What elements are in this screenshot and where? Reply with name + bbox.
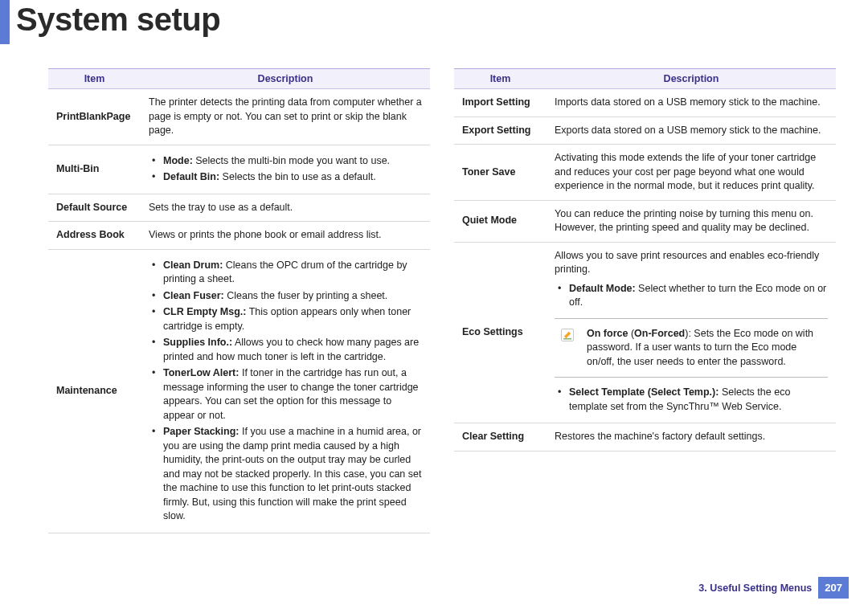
desc-cell: Activating this mode extends the life of… bbox=[547, 145, 836, 201]
list-item: CLR Empty Msg.: This option appears only… bbox=[152, 305, 422, 333]
list-item: Paper Stacking: If you use a machine in … bbox=[152, 425, 422, 524]
page-title: System setup bbox=[16, 0, 220, 38]
table-header-row: Item Description bbox=[454, 69, 836, 89]
footer-chapter: 3. Useful Setting Menus bbox=[698, 582, 812, 594]
table-row: Multi-Bin Mode: Selects the multi-bin mo… bbox=[48, 145, 430, 194]
right-table: Item Description Import Setting Imports … bbox=[454, 68, 836, 452]
list-item: Supplies Info.: Allows you to check how … bbox=[152, 336, 422, 364]
table-row: Export Setting Exports data stored on a … bbox=[454, 116, 836, 145]
table-row: Maintenance Clean Drum: Cleans the OPC d… bbox=[48, 249, 430, 533]
table-row: Default Source Sets the tray to use as a… bbox=[48, 194, 430, 222]
header-item: Item bbox=[454, 69, 547, 89]
table-row: Import Setting Imports data stored on a … bbox=[454, 89, 836, 117]
table-row: Clear Setting Restores the machine's fac… bbox=[454, 423, 836, 452]
table-row: Eco Settings Allows you to save print re… bbox=[454, 242, 836, 423]
item-cell: Toner Save bbox=[454, 145, 547, 201]
desc-cell: You can reduce the printing noise by tur… bbox=[547, 200, 836, 242]
item-cell: Multi-Bin bbox=[48, 145, 141, 194]
title-bar: System setup bbox=[0, 0, 868, 44]
item-cell: Default Source bbox=[48, 194, 141, 222]
item-cell: PrintBlankPage bbox=[48, 89, 141, 145]
list-item: Default Bin: Selects the bin to use as a… bbox=[152, 170, 422, 185]
header-desc: Description bbox=[141, 69, 430, 89]
note-icon bbox=[559, 327, 575, 343]
desc-cell: Allows you to save print resources and e… bbox=[547, 242, 836, 423]
desc-cell: Mode: Selects the multi-bin mode you wan… bbox=[141, 145, 430, 194]
svg-rect-1 bbox=[563, 338, 571, 339]
list-item: TonerLow Alert: If toner in the cartridg… bbox=[152, 366, 422, 423]
left-table: Item Description PrintBlankPage The prin… bbox=[48, 68, 430, 533]
left-column: Item Description PrintBlankPage The prin… bbox=[48, 68, 430, 533]
desc-cell: The printer detects the printing data fr… bbox=[141, 89, 430, 145]
item-cell: Import Setting bbox=[454, 89, 547, 117]
accent-bar bbox=[0, 0, 10, 44]
desc-cell: Imports data stored on a USB memory stic… bbox=[547, 89, 836, 117]
table-header-row: Item Description bbox=[48, 69, 430, 89]
list-item: Clean Fuser: Cleans the fuser by printin… bbox=[152, 289, 422, 304]
item-cell: Address Book bbox=[48, 222, 141, 250]
desc-cell: Restores the machine's factory default s… bbox=[547, 423, 836, 452]
item-cell: Eco Settings bbox=[454, 242, 547, 423]
item-cell: Maintenance bbox=[48, 249, 141, 533]
header-item: Item bbox=[48, 69, 141, 89]
desc-cell: Views or prints the phone book or email … bbox=[141, 222, 430, 250]
content-columns: Item Description PrintBlankPage The prin… bbox=[0, 44, 868, 533]
list-item: Clean Drum: Cleans the OPC drum of the c… bbox=[152, 259, 422, 287]
page-footer: 3. Useful Setting Menus 207 bbox=[698, 577, 849, 599]
list-item: Mode: Selects the multi-bin mode you wan… bbox=[152, 154, 422, 169]
desc-cell: Exports data stored on a USB memory stic… bbox=[547, 116, 836, 145]
desc-cell: Sets the tray to use as a default. bbox=[141, 194, 430, 222]
page-number: 207 bbox=[818, 577, 849, 599]
right-column: Item Description Import Setting Imports … bbox=[454, 68, 836, 533]
eco-intro: Allows you to save print resources and e… bbox=[555, 249, 828, 277]
note-text: On force (On-Forced): Sets the Eco mode … bbox=[587, 328, 813, 367]
table-row: PrintBlankPage The printer detects the p… bbox=[48, 89, 430, 145]
table-row: Quiet Mode You can reduce the printing n… bbox=[454, 200, 836, 242]
desc-cell: Clean Drum: Cleans the OPC drum of the c… bbox=[141, 249, 430, 533]
list-item: Select Template (Select Temp.): Selects … bbox=[558, 386, 828, 414]
item-cell: Clear Setting bbox=[454, 423, 547, 452]
header-desc: Description bbox=[547, 69, 836, 89]
list-item: Default Mode: Select whether to turn the… bbox=[558, 282, 828, 310]
item-cell: Export Setting bbox=[454, 116, 547, 145]
item-cell: Quiet Mode bbox=[454, 200, 547, 242]
table-row: Toner Save Activating this mode extends … bbox=[454, 145, 836, 201]
note-callout: On force (On-Forced): Sets the Eco mode … bbox=[555, 318, 828, 378]
table-row: Address Book Views or prints the phone b… bbox=[48, 222, 430, 250]
